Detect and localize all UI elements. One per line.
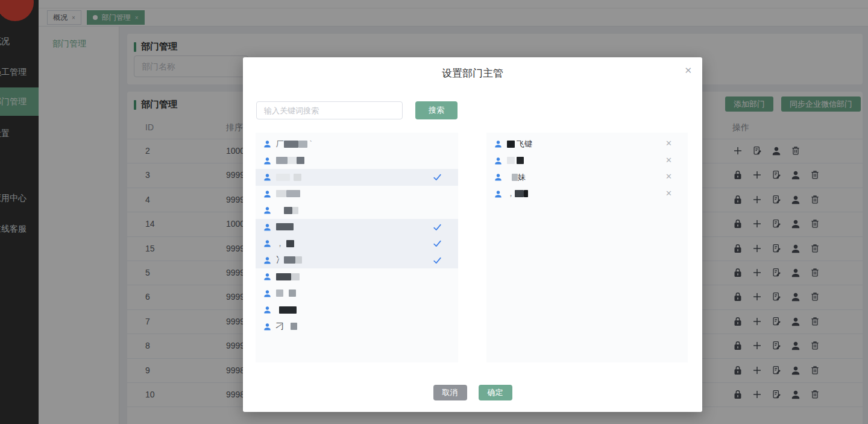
check-icon [432, 238, 442, 248]
redacted-name-block [298, 141, 307, 148]
member-name: 妹 [507, 169, 526, 186]
redacted-name-block [292, 207, 298, 214]
candidate-row[interactable] [256, 302, 458, 318]
member-name [276, 219, 294, 236]
selected-member-row: 飞键✕ [486, 136, 688, 153]
person-icon [263, 272, 272, 281]
remove-icon[interactable]: ✕ [665, 139, 672, 147]
redacted-name-block [297, 157, 304, 164]
candidate-row[interactable] [256, 268, 458, 285]
member-name [276, 268, 300, 285]
candidate-row[interactable] [256, 219, 458, 236]
redacted-name-block [279, 306, 297, 314]
confirm-button[interactable]: 确定 [479, 385, 512, 400]
member-name [276, 202, 298, 219]
name-gap [507, 177, 512, 177]
redacted-name-block [517, 157, 524, 164]
member-name [276, 169, 301, 186]
redacted-name-block [507, 141, 515, 148]
member-name [276, 302, 297, 318]
set-dept-manager-modal: 设置部门主管 ✕ 搜索 厂 `，冫刁 飞键✕✕妹✕，✕ 取消 确定 [243, 57, 702, 412]
member-name: 飞键 [507, 136, 532, 153]
person-icon [263, 239, 272, 248]
modal-title: 设置部门主管 [243, 66, 702, 80]
selected-member-row: 妹✕ [486, 169, 688, 186]
person-icon [263, 206, 272, 215]
redacted-name-block [284, 256, 295, 264]
person-icon [263, 172, 272, 182]
name-fragment: ， [507, 188, 515, 199]
name-fragment: 刁 [276, 321, 284, 332]
person-icon [263, 256, 272, 265]
person-icon [263, 289, 272, 298]
redacted-name-block [276, 174, 290, 181]
member-name [276, 186, 300, 203]
member-name: ， [276, 235, 294, 252]
redacted-name-block [276, 157, 288, 164]
selected-member-row: ✕ [486, 153, 688, 169]
redacted-name-block [276, 223, 294, 230]
redacted-name-block [515, 190, 524, 197]
candidate-row[interactable] [256, 285, 458, 302]
selected-list-panel: 飞键✕✕妹✕，✕ [486, 133, 688, 362]
candidate-row[interactable] [256, 153, 458, 169]
person-icon [494, 189, 503, 198]
person-icon [494, 139, 503, 148]
candidate-row[interactable] [256, 169, 458, 186]
redacted-name-block [507, 157, 515, 164]
check-icon [432, 255, 442, 265]
person-icon [263, 139, 272, 148]
candidate-row[interactable]: 冫 [256, 252, 458, 269]
redacted-name-block [284, 141, 298, 148]
name-gap [276, 210, 284, 210]
redacted-name-block [276, 290, 283, 297]
person-icon [263, 322, 272, 331]
person-icon [263, 189, 272, 198]
check-icon [432, 222, 442, 232]
check-icon [432, 172, 442, 182]
redacted-name-block [291, 273, 300, 280]
person-icon [263, 223, 272, 232]
candidate-row[interactable] [256, 202, 458, 219]
candidate-list-panel: 厂 `，冫刁 [256, 133, 458, 362]
redacted-name-block [284, 207, 292, 214]
name-fragment: ， [276, 238, 284, 249]
redacted-name-block [286, 190, 300, 197]
remove-icon[interactable]: ✕ [665, 189, 672, 197]
member-name: 冫 [276, 252, 302, 269]
redacted-name-block [512, 174, 518, 181]
name-gap [283, 293, 289, 294]
person-icon [263, 305, 272, 314]
redacted-name-block [524, 190, 528, 197]
candidate-row[interactable]: ， [256, 235, 458, 252]
candidate-row[interactable]: 厂 ` [256, 136, 458, 153]
name-fragment: ` [307, 139, 312, 148]
member-name [507, 153, 524, 169]
person-icon [494, 156, 503, 165]
remove-icon[interactable]: ✕ [665, 156, 672, 164]
candidate-row[interactable]: 刁 [256, 318, 458, 335]
member-name: 厂 ` [276, 136, 312, 153]
redacted-name-block [295, 256, 302, 264]
person-icon [263, 156, 272, 165]
name-fragment: 妹 [518, 172, 526, 183]
selected-member-row: ，✕ [486, 186, 688, 203]
search-button[interactable]: 搜索 [415, 101, 458, 119]
name-fragment: 冫 [276, 255, 284, 265]
name-gap [284, 326, 291, 327]
redacted-name-block [276, 273, 291, 280]
keyword-search-input[interactable] [256, 101, 403, 119]
modal-close-icon[interactable]: ✕ [684, 66, 692, 75]
redacted-name-block [294, 174, 301, 181]
member-name [276, 285, 296, 302]
name-fragment: 厂 [276, 139, 284, 150]
redacted-name-block [286, 240, 294, 247]
remove-icon[interactable]: ✕ [665, 172, 672, 180]
candidate-row[interactable] [256, 186, 458, 203]
cancel-button[interactable]: 取消 [433, 385, 467, 400]
member-name: ， [507, 186, 528, 203]
redacted-name-block [288, 157, 297, 164]
redacted-name-block [276, 190, 286, 197]
redacted-name-block [291, 323, 297, 330]
member-name: 刁 [276, 318, 297, 335]
